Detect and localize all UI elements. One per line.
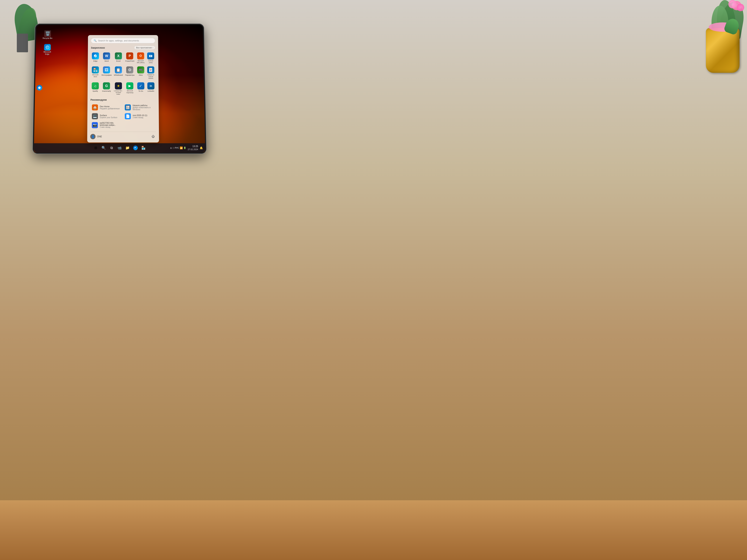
pinned-section-header: Закреплено Все приложения › [91,46,155,50]
taskbar-right-area: ∧ □ РУС 📶 🔋 13:25 27.02.2024 🔔 [170,145,203,151]
app-todo[interactable]: ✓ To Do [136,81,146,96]
app-excel[interactable]: X Excel [113,51,124,64]
taskbar-start-button[interactable]: ⊞ [92,144,99,151]
rec-surface[interactable]: 💻 Surface Explore your Surface [91,112,123,121]
taskbar-notification-icon[interactable]: 🔔 [200,146,203,149]
start-search-bar[interactable]: 🔍 Search for apps, settings, and documen… [91,38,155,43]
app-outlook[interactable]: 📧 Outlook (new) [146,51,155,64]
taskbar-center-icons: ⊞ 🔍 ⧉ 📹 📁 [92,144,147,151]
recommended-section: Рекомендуем 🏠 Dev Home Недавно добавленн… [90,98,156,129]
taskbar-edge-button[interactable] [132,144,139,151]
app-edge[interactable]: Edge [91,51,100,64]
search-icon: 🔍 [94,39,97,42]
app-settings[interactable]: ⚙ Параметры [124,65,135,80]
taskbar: ⊞ 🔍 ⧉ 📹 📁 [34,143,205,152]
rec-msi-file[interactable]: 📄 msi-2020-10 (1) 2 мин назад [123,112,156,121]
taskbar-system-icons: ∧ □ РУС 📶 🔋 [170,146,186,149]
taskbar-teams-button[interactable]: 📹 [116,144,123,151]
start-menu-bottom: 👤 ONE ⏻ [90,132,156,139]
power-button[interactable]: ⏻ [150,134,156,139]
desktop-icon-edge[interactable]: MicrosoftEdge [41,44,53,55]
app-linkedin[interactable]: in LinkedIn [146,81,156,96]
taskbar-search-button[interactable]: 🔍 [100,144,107,151]
taskbar-wifi-icon[interactable]: 📶 [180,146,183,149]
app-powerpoint[interactable]: P PowerPoint [124,51,135,64]
taskbar-store-button[interactable]: 🏪 [140,144,147,151]
app-photos[interactable]: 🖼 Фотографии [101,65,112,80]
all-apps-button[interactable]: Все приложения › [134,46,155,50]
app-whiteboard[interactable]: 📋 Whiteboard [113,65,124,80]
app-xbox[interactable]: 🎮 Xbox [136,65,145,80]
app-store[interactable]: 🏪 Microsoft Store [91,65,100,80]
app-clipchamp[interactable]: ▶ Microsoft Clipchamp [124,81,135,96]
user-profile-button[interactable]: 👤 ONE [90,134,102,139]
desktop-icon-recycle-bin[interactable]: 🗑️ Recycle Bin [42,30,54,39]
rec-dev-home[interactable]: 🏠 Dev Home Недавно добавленные [91,103,123,112]
recommended-header: Рекомендуем [91,98,156,101]
app-word[interactable]: W Word [101,51,112,64]
pinned-apps-grid: Edge W Word X Excel P PowerPoint O Micro… [91,51,156,96]
rec-wp-file[interactable]: 📷 wp5627302-hills-landscape-wallpa... 2 … [90,121,123,129]
start-menu: 🔍 Search for apps, settings, and documen… [87,35,159,142]
app-grammarly[interactable]: G Grammarly [101,81,112,96]
app-m365[interactable]: O Microsoft 365 (Office) [136,51,145,64]
app-spotify[interactable]: ♫ Spotify [91,81,100,96]
tablet-device: 🗑️ Recycle Bin MicrosoftEdge 🔍 Search fo… [32,24,207,154]
taskbar-language-icon[interactable]: РУС [175,147,179,149]
app-solitaire[interactable]: 🃏 Solitaire & Casual Games [146,65,156,80]
taskbar-taskview-button[interactable]: ⧉ [108,144,115,151]
rec-get-started[interactable]: 🪟 Начало работы Добро пожаловать в Windo… [123,103,156,112]
app-luminar[interactable]: ★ Luminar Neo - Ai Photo Editor [113,81,124,96]
taskbar-battery-icon[interactable]: 🔋 [184,146,186,149]
taskbar-display-icon[interactable]: □ [173,147,174,149]
taskbar-explorer-button[interactable]: 📁 [124,144,131,151]
user-avatar: 👤 [90,134,96,139]
taskbar-chevron-icon[interactable]: ∧ [170,146,172,149]
recommended-grid: 🏠 Dev Home Недавно добавленные 🪟 Начало … [90,103,156,129]
tablet-screen: 🗑️ Recycle Bin MicrosoftEdge 🔍 Search fo… [34,25,205,152]
taskbar-clock[interactable]: 13:25 27.02.2024 [188,145,198,151]
